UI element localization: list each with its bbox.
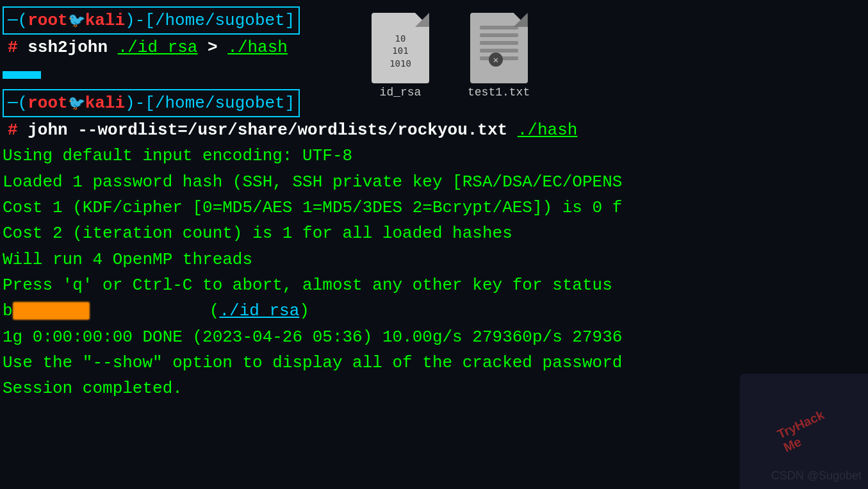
- kali-label-2: kali: [85, 94, 125, 113]
- command-text-1: # ssh2john ./id_rsa > ./hash: [3, 35, 865, 60]
- bracket-close-1: ]: [285, 11, 295, 30]
- output-threads: Will run 4 OpenMP threads: [3, 247, 865, 272]
- kali-label-1: kali: [85, 11, 125, 30]
- hash-1: #: [8, 38, 28, 57]
- terminal-window: ─(root🐦kali)-[/home/sugobet] # ssh2john …: [0, 0, 868, 489]
- command-line-1: ─(root🐦kali)-[/home/sugobet]: [3, 6, 865, 35]
- output-cost1: Cost 1 (KDF/cipher [0=MD5/AES 1=MD5/3DES…: [3, 195, 865, 220]
- output-done: 1g 0:00:00:00 DONE (2023-04-26 05:36) 10…: [3, 324, 865, 350]
- output-show: Use the "--show" option to display all o…: [3, 350, 865, 376]
- root-label-2: root: [28, 94, 67, 113]
- bracket-close-2: ]: [285, 94, 295, 113]
- output-press: Press 'q' or Ctrl-C to abort, almost any…: [3, 272, 865, 298]
- output-session: Session completed.: [3, 376, 865, 401]
- output-loaded: Loaded 1 password hash (SSH, SSH private…: [3, 169, 865, 195]
- tryhackme-text: TryHackMe: [775, 408, 833, 456]
- censored-password: [13, 302, 90, 320]
- root-label-1: root: [28, 11, 67, 30]
- progress-bar-1: [3, 71, 41, 79]
- output-cost2: Cost 2 (iteration count) is 1 for all lo…: [3, 220, 865, 246]
- cmd-redir: >: [197, 38, 227, 57]
- prompt-box-2: ─(root🐦kali)-[/home/sugobet]: [3, 89, 300, 117]
- cmd-idrsa: ./id_rsa: [118, 38, 198, 57]
- bracket-open-1: ─(: [8, 11, 28, 30]
- output-encoding: Using default input encoding: UTF-8: [3, 143, 865, 169]
- command-line-2: ─(root🐦kali)-[/home/sugobet]: [3, 89, 865, 117]
- bracket-open-2: ─(: [8, 94, 28, 113]
- cmd-ssh2john: ssh2john: [28, 38, 117, 57]
- password-prefix: b: [3, 301, 13, 320]
- close-button[interactable]: ✕: [489, 53, 503, 67]
- cmd-hash-out: ./hash: [227, 38, 288, 57]
- bird-icon-1: 🐦: [68, 13, 85, 29]
- bird-icon-2: 🐦: [68, 96, 85, 112]
- cyan-bar-line: [3, 62, 865, 88]
- output-password: b (./id_rsa): [3, 298, 865, 324]
- bracket-mid-1: )-[: [125, 11, 155, 30]
- close-paren: ): [299, 301, 309, 320]
- bracket-mid-2: )-[: [125, 94, 155, 113]
- prompt-box-1: ─(root🐦kali)-[/home/sugobet]: [3, 6, 300, 35]
- id-rsa-ref: ./id_rsa: [219, 301, 299, 320]
- tryhackme-logo-area: TryHackMe: [740, 374, 868, 489]
- hash-2: #: [8, 120, 28, 140]
- password-suffix: (: [90, 301, 220, 320]
- command-text-2: # john --wordlist=/usr/share/wordlists/r…: [3, 117, 865, 143]
- path-2: /home/sugobet: [155, 94, 285, 113]
- cmd-hash-in: ./hash: [518, 120, 578, 140]
- path-1: /home/sugobet: [155, 11, 285, 30]
- cmd-john: john --wordlist=/usr/share/wordlists/roc…: [28, 120, 518, 140]
